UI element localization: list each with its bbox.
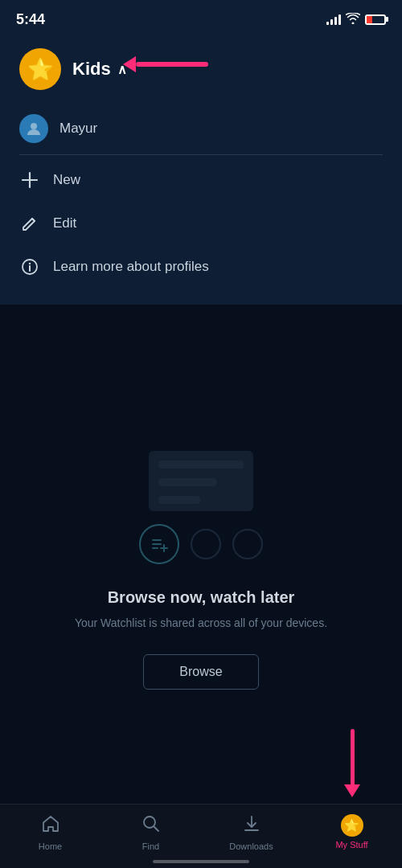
kids-avatar: ⭐ xyxy=(19,48,61,90)
bottom-nav: Home Find Downloads ⭐ My Stuff xyxy=(0,804,402,868)
status-bar: 5:44 xyxy=(0,0,402,35)
plus-icon xyxy=(19,170,40,190)
nav-downloads[interactable]: Downloads xyxy=(201,813,302,853)
svg-line-12 xyxy=(154,827,158,832)
pink-arrow-annotation xyxy=(124,56,208,72)
active-profile[interactable]: ⭐ Kids ∧ xyxy=(19,48,383,90)
nav-home-label: Home xyxy=(39,841,62,851)
watchlist-title: Browse now, watch later xyxy=(108,588,295,607)
nav-downloads-label: Downloads xyxy=(229,841,273,851)
pencil-icon xyxy=(19,213,40,234)
home-indicator xyxy=(153,860,249,863)
mayur-avatar xyxy=(19,114,48,143)
profile-mayur[interactable]: Mayur xyxy=(19,106,383,151)
wifi-icon xyxy=(346,13,360,27)
watchlist-illustration xyxy=(139,451,263,564)
main-content: Browse now, watch later Your Watchlist i… xyxy=(0,305,402,836)
circle-placeholder-2 xyxy=(232,529,263,559)
battery-icon xyxy=(365,14,386,25)
info-icon xyxy=(19,256,40,277)
active-profile-name: Kids ∧ xyxy=(72,59,127,80)
new-label: New xyxy=(53,172,80,188)
browse-button[interactable]: Browse xyxy=(143,654,258,690)
learn-more-label: Learn more about profiles xyxy=(53,259,209,275)
nav-my-stuff[interactable]: ⭐ My Stuff xyxy=(302,813,402,851)
svg-point-5 xyxy=(29,263,31,264)
new-profile-item[interactable]: New xyxy=(19,158,383,202)
add-to-list-icon xyxy=(139,524,179,564)
signal-icon xyxy=(326,14,341,25)
edit-profile-item[interactable]: Edit xyxy=(19,202,383,245)
status-icons xyxy=(326,13,386,27)
search-icon xyxy=(142,814,161,838)
watchlist-subtitle: Your Watchlist is shared across all of y… xyxy=(75,615,327,632)
nav-find[interactable]: Find xyxy=(100,813,201,853)
nav-my-stuff-label: My Stuff xyxy=(335,840,367,850)
fake-content-card xyxy=(149,451,253,511)
profile-dropdown: ⭐ Kids ∧ Mayur New xyxy=(0,35,402,305)
my-stuff-kids-avatar: ⭐ xyxy=(341,814,363,837)
pink-down-arrow-annotation xyxy=(344,729,360,797)
learn-more-profiles-item[interactable]: Learn more about profiles xyxy=(19,245,383,289)
mayur-profile-label: Mayur xyxy=(59,121,97,137)
nav-find-label: Find xyxy=(142,841,159,851)
home-icon xyxy=(41,814,60,838)
download-icon xyxy=(242,814,261,838)
add-icons-row xyxy=(139,524,263,564)
edit-label: Edit xyxy=(53,215,76,231)
svg-point-0 xyxy=(31,123,37,129)
circle-placeholder-1 xyxy=(191,529,221,559)
status-time: 5:44 xyxy=(16,11,45,28)
divider xyxy=(19,154,383,155)
nav-home[interactable]: Home xyxy=(0,813,100,853)
